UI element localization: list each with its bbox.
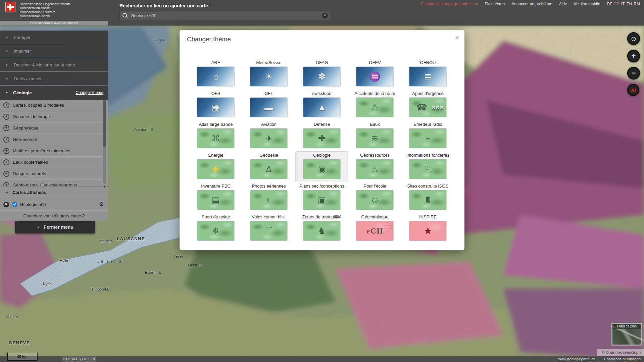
category-geo-energie[interactable]: + Géo-énergie [0,134,108,145]
theme-tile-swisstopo[interactable]: swisstopo▲ [295,90,348,120]
theme-tile-defense[interactable]: Défense✚ [295,120,348,151]
theme-tile-ofev[interactable]: OFEV♒ [348,59,401,90]
sos-text: SOS [432,105,444,110]
school-thumbnail: ☺ [356,190,393,210]
theme-tile-sport-de-neige[interactable]: Sport de neige❄ [189,213,242,244]
remove-layer-icon[interactable]: ✖ [3,202,9,207]
geology-thumbnail: ◉ [303,159,340,179]
mobile-version-link[interactable]: Version mobile [574,2,600,6]
layer-visibility-checkbox[interactable] [12,202,17,207]
sidebar-section-geologie[interactable]: ▼ Géologie Changer thème [0,86,108,100]
toggle-3d-button[interactable]: 3D [627,84,639,96]
theme-tile-oft[interactable]: OFT▬ [242,90,295,120]
theme-grid: ARE⌂ MeteoSuisse☀ OFAG✽ OFEV♒ OFROU≣ OFS… [189,59,454,244]
projection-select[interactable]: CH1903+ / LV95 ▾ [62,356,96,362]
lang-de[interactable]: DE [607,2,612,6]
theme-tile-geologie-selected[interactable]: Géologie◉ [295,151,348,182]
phone-icon: ☎ [416,102,427,113]
help-link[interactable]: Aide [559,2,567,6]
zoom-in-button[interactable]: + [627,50,640,62]
category-cartes-coupes-modeles[interactable]: + Cartes, coupes & modèles [0,100,108,111]
category-donnees-de-forage[interactable]: + Données de forage [0,111,108,122]
close-icon[interactable]: × [455,34,459,42]
theme-tile-appel-urgence[interactable]: Appel d'urgence☎SOS [401,90,454,120]
scrollbar-thumb[interactable] [103,100,106,147]
sidebar-item-imprimer[interactable]: ▶ Imprimer [0,44,108,58]
theme-tile-aviation[interactable]: Aviation✈ [242,120,295,151]
portal-link[interactable]: www.geologieportal.ch [558,357,595,361]
bridge-icon: ⌒ [264,225,273,237]
theme-tile-voies-comm-hist[interactable]: Voies comm. hist.⌒ [242,213,295,244]
category-dangers-naturels[interactable]: + Dangers naturels [0,168,108,179]
map-label: Rolle [60,258,68,262]
fullscreen-link[interactable]: Plein écran [485,2,505,6]
theme-tile-informations-foncieres[interactable]: Informations foncières⚐ [401,151,454,182]
theme-tile-zones-tranquillite[interactable]: Zones de tranquillité♞ [295,213,348,244]
scroll-down-icon[interactable]: ▼ [103,185,106,188]
category-geotourisme-clipped[interactable]: + Géotourisme, Géologie pour tous [0,179,108,186]
caret-down-icon: ▼ [5,91,8,94]
theme-tile-accidents-route[interactable]: Accidents de la route⚠ [348,90,401,120]
map-label: Evian-I.B. [145,270,161,274]
lang-fr[interactable]: FR [614,2,620,6]
terms-link[interactable]: Conditions d'utilisation [604,357,641,361]
snowflake-icon: ❄ [212,226,219,236]
theme-tile-are[interactable]: ARE⌂ [189,59,242,90]
theme-tile-inspire[interactable]: INSPIRE★ [401,213,454,244]
close-menu-button[interactable]: ▲ Fermer menu [15,221,95,234]
lang-rm[interactable]: RM [634,2,640,6]
theme-tile-meteosuisse[interactable]: MeteoSuisse☀ [242,59,295,90]
search-more-maps-link[interactable]: Cherchez-vous d'autres cartes? [0,210,108,221]
sidebar-item-outils-avances[interactable]: ▶ Outils avancés [0,72,108,85]
list-scrollbar[interactable]: ▼ [103,100,106,184]
category-matieres-premieres[interactable]: + Matières premières minerales [0,145,108,156]
caret-right-icon: ▶ [6,49,8,53]
isos-thumbnail: ♜ [409,190,446,210]
minus-icon: − [632,69,636,77]
theme-tile-emetteur-radio[interactable]: Emetteur radio⌁ [401,120,454,151]
theme-tile-sites-isos[interactable]: Sites construits ISOS♜ [401,182,454,213]
swiss-cross-icon: ✚ [318,133,326,144]
meteosuisse-thumbnail: ☀ [250,67,287,86]
theme-tile-plans-sectoriels[interactable]: Plans sec./conceptions▣ [295,182,348,213]
sidebar-item-dessiner-mesurer[interactable]: ▶ Dessiner & Mesurer sur la carte [0,58,108,71]
theme-tile-eaux[interactable]: Eaux≋ [348,120,401,151]
lang-en[interactable]: EN [627,2,632,6]
theme-tile-ofag[interactable]: OFAG✽ [295,59,348,90]
change-theme-link[interactable]: Changer thème [76,90,103,95]
clear-search-icon[interactable]: ✕ [322,13,328,18]
geolocate-button[interactable]: ⊙ [627,32,640,45]
category-geophysique[interactable]: + Géophysique [0,122,108,134]
lang-it[interactable]: IT [621,2,625,6]
sidebar-item-partager[interactable]: ▶ Partager [0,31,108,44]
search-input[interactable] [119,11,330,20]
category-eaux-souterraines[interactable]: + Eaux souterraines [0,156,108,168]
dropdown-arrow-icon: ▾ [93,357,95,361]
theme-tile-inventaire-pbc[interactable]: Inventaire PBC▤ [189,182,242,213]
theme-tile-ofrou[interactable]: OFROU≣ [401,59,454,90]
expand-plus-icon: + [3,137,9,143]
basemap-selector[interactable]: Fond de plan [611,323,642,346]
geodesy-thumbnail: ∆ [250,159,287,179]
expand-plus-icon: + [3,125,9,131]
agriculture-icon: ✽ [318,71,326,82]
theme-tile-energie[interactable]: Énergie⚡ [189,151,242,182]
report-problem-link[interactable]: Annoncer un problème [511,2,552,6]
test-site-link[interactable]: Essayez test.map.geo.admin.ch [421,2,478,6]
zoom-out-button[interactable]: − [627,67,640,80]
expand-plus-icon: + [3,114,9,120]
layer-label: Géologie 500 [20,202,46,207]
theme-tile-photos-aeriennes[interactable]: Photos aériennes⌖ [242,182,295,213]
theme-tile-ofs[interactable]: OFS▦ [189,90,242,120]
theme-tile-pour-ecole[interactable]: Pour l'école☺ [348,182,401,213]
theme-tile-geocatalogue[interactable]: GéocatalogueeCH [348,213,401,244]
landscape-icon: ▲ [317,102,326,113]
theme-tile-geodesie[interactable]: Géodesie∆ [242,151,295,182]
aviation-thumbnail: ✈ [250,128,287,148]
displayed-maps-header[interactable]: ▼ Cartes affichées [0,186,108,198]
theme-tile-atlas-large-bande[interactable]: Atlas large bande⌘ [189,120,242,151]
theme-tile-georessources[interactable]: Géoressources♨ [348,151,401,182]
layer-settings-gear-icon[interactable]: ⚙ [99,201,104,208]
train-icon: ▬ [264,102,273,113]
basemap-label: Fond de plan [612,324,641,329]
